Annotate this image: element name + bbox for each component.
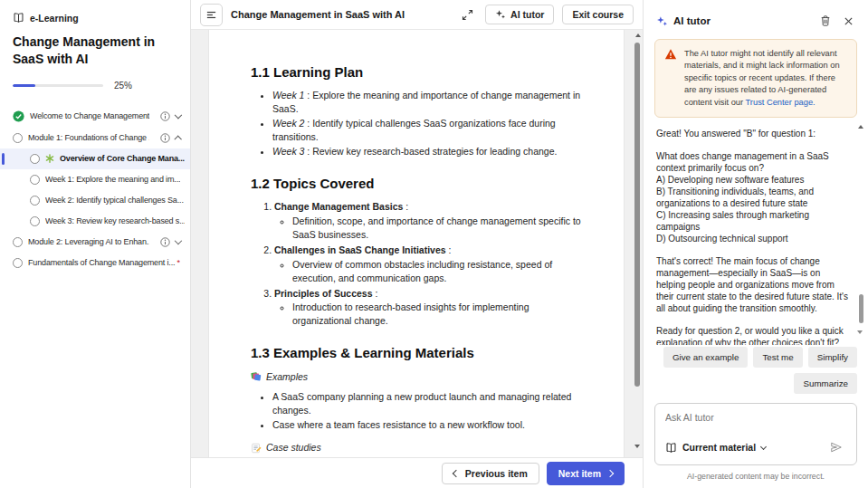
- ask-ai-tutor-input[interactable]: [665, 412, 846, 423]
- brand-name: e-Learning: [30, 13, 79, 24]
- quick-actions: Give an example Test me Simplify Summari…: [644, 345, 868, 394]
- list-item: Principles of Success : Introduction to …: [274, 287, 582, 329]
- incomplete-circle-icon: [13, 133, 23, 143]
- exit-course-button[interactable]: Exit course: [562, 5, 634, 24]
- delete-conversation-icon[interactable]: [816, 11, 835, 31]
- previous-item-button[interactable]: Previous item: [442, 463, 539, 484]
- section-heading: 1.1 Learning Plan: [251, 62, 582, 81]
- course-progress: 25%: [0, 68, 190, 105]
- info-icon[interactable]: [160, 111, 170, 121]
- chevron-left-icon: [453, 469, 460, 476]
- books-emoji-icon: [251, 371, 262, 382]
- section-heading: 1.2 Topics Covered: [251, 174, 582, 193]
- item-navigation-bar: Previous item Next item: [191, 457, 643, 488]
- warning-triangle-icon: [664, 48, 677, 109]
- examples-label: Examples: [251, 370, 582, 384]
- document-scrollbar[interactable]: [634, 32, 642, 452]
- document-viewport: 1.1 Learning Plan Week 1 : Explore the m…: [191, 30, 643, 457]
- expand-fullscreen-icon[interactable]: [458, 5, 477, 24]
- incomplete-circle-icon: [30, 216, 40, 226]
- ai-tutor-panel: AI tutor The AI tutor might not identify…: [643, 0, 868, 488]
- scroll-up-arrow-icon[interactable]: [858, 125, 863, 129]
- summarize-button[interactable]: Summarize: [794, 373, 857, 394]
- ai-tutor-button[interactable]: AI tutor: [485, 5, 554, 24]
- scope-selector[interactable]: Current material: [682, 442, 756, 453]
- sidebar-item-welcome[interactable]: Welcome to Change Management...*: [0, 105, 190, 128]
- examples-list: A SaaS company planning a new product la…: [251, 390, 582, 432]
- progress-label: 25%: [114, 81, 132, 91]
- sidebar-item-overview-current[interactable]: Overview of Core Change Mana...: [0, 148, 190, 169]
- required-mark: *: [176, 258, 179, 267]
- sidebar-item-module-2[interactable]: Module 2: Leveraging AI to Enhan...*: [0, 232, 190, 253]
- new-content-sparkle-icon: [45, 154, 54, 163]
- memo-emoji-icon: [251, 443, 262, 454]
- toggle-sidebar-button[interactable]: [200, 4, 223, 26]
- brand: e-Learning: [0, 12, 190, 24]
- list-item: Overview of common obstacles including r…: [292, 258, 582, 285]
- chat-message: That's correct! The main focus of change…: [656, 255, 850, 314]
- close-icon[interactable]: [840, 13, 857, 30]
- completed-check-icon: [13, 110, 24, 122]
- chevron-down-icon[interactable]: [175, 111, 182, 119]
- chat-message: Great! You answered "B" for question 1:: [656, 128, 850, 139]
- chevron-right-icon: [606, 469, 614, 476]
- content-header: Change Management in SaaS with AI AI tut…: [191, 0, 643, 30]
- list-item: Case where a team faces resistance to a …: [272, 418, 582, 432]
- incomplete-circle-icon: [30, 196, 40, 206]
- course-nav: Welcome to Change Management...* Module …: [0, 105, 190, 273]
- ask-ai-tutor-box: Current material: [654, 403, 857, 465]
- list-item: Week 2 : Identify typical challenges Saa…: [272, 117, 582, 144]
- scroll-down-arrow-icon[interactable]: [857, 330, 863, 334]
- sidebar-item-week-2[interactable]: Week 2: Identify typical challenges Sa..…: [0, 190, 190, 211]
- chevron-up-icon[interactable]: [175, 136, 182, 143]
- list-item: Introduction to research-based insights …: [292, 301, 582, 328]
- ai-disclaimer-card: The AI tutor might not identify all rele…: [654, 39, 857, 118]
- next-item-button[interactable]: Next item: [547, 462, 625, 485]
- list-item: Week 3 : Review key research-based strat…: [272, 145, 582, 158]
- test-me-button[interactable]: Test me: [753, 347, 802, 368]
- page-title: Change Management in SaaS with AI: [231, 9, 405, 20]
- sidebar-item-week-1[interactable]: Week 1: Explore the meaning and im...: [0, 169, 190, 190]
- ai-sparkle-icon: [495, 9, 506, 20]
- chat-transcript: Great! You answered "B" for question 1: …: [644, 118, 868, 345]
- chevron-down-icon[interactable]: [760, 443, 767, 449]
- list-item: Change Management Basics : Definition, s…: [274, 200, 582, 242]
- ai-sparkle-icon: [656, 15, 668, 27]
- simplify-button[interactable]: Simplify: [808, 347, 857, 368]
- incomplete-circle-icon: [13, 258, 23, 268]
- course-sidebar: e-Learning Change Management in SaaS wit…: [0, 0, 191, 488]
- scrollbar-thumb[interactable]: [634, 43, 640, 387]
- scroll-up-arrow-icon[interactable]: [635, 33, 641, 37]
- scrollbar-thumb[interactable]: [859, 294, 863, 323]
- topics-list: Change Management Basics : Definition, s…: [251, 200, 582, 328]
- list-item: A SaaS company planning a new product la…: [272, 390, 582, 417]
- trust-center-link[interactable]: Trust Center page.: [746, 98, 816, 107]
- ai-tutor-title: AI tutor: [673, 15, 811, 26]
- incomplete-circle-icon: [30, 154, 40, 164]
- incomplete-circle-icon: [30, 175, 40, 185]
- chat-message: What does change management in a SaaS co…: [656, 150, 850, 244]
- case-studies-label: Case studies: [251, 441, 582, 455]
- document-page: 1.1 Learning Plan Week 1 : Explore the m…: [208, 30, 625, 457]
- sidebar-item-week-3[interactable]: Week 3: Review key research-based s...: [0, 211, 190, 232]
- list-item: Definition, scope, and importance of cha…: [292, 215, 582, 242]
- chevron-down-icon[interactable]: [175, 237, 182, 244]
- book-icon: [13, 12, 24, 24]
- content-area: Change Management in SaaS with AI AI tut…: [191, 0, 643, 488]
- scroll-down-arrow-icon[interactable]: [634, 445, 640, 448]
- chat-message: Ready for question 2, or would you like …: [656, 325, 850, 345]
- give-an-example-button[interactable]: Give an example: [663, 347, 749, 368]
- ai-footer-disclaimer: AI-generated content may be incorrect.: [644, 468, 868, 488]
- ai-tutor-header: AI tutor: [644, 0, 868, 39]
- incomplete-circle-icon: [13, 237, 23, 247]
- book-icon: [665, 442, 677, 454]
- sidebar-item-fundamentals[interactable]: Fundamentals of Change Management i...*: [0, 253, 190, 273]
- learning-plan-list: Week 1 : Explore the meaning and importa…: [251, 89, 582, 158]
- progress-fill: [13, 84, 35, 87]
- sidebar-item-module-1[interactable]: Module 1: Foundations of Change ...*: [0, 128, 190, 148]
- send-icon[interactable]: [826, 437, 846, 457]
- info-icon[interactable]: [160, 237, 170, 247]
- course-title: Change Management in SaaS with AI: [0, 24, 190, 68]
- section-heading: 1.3 Examples & Learning Materials: [251, 343, 582, 362]
- info-icon[interactable]: [160, 133, 170, 143]
